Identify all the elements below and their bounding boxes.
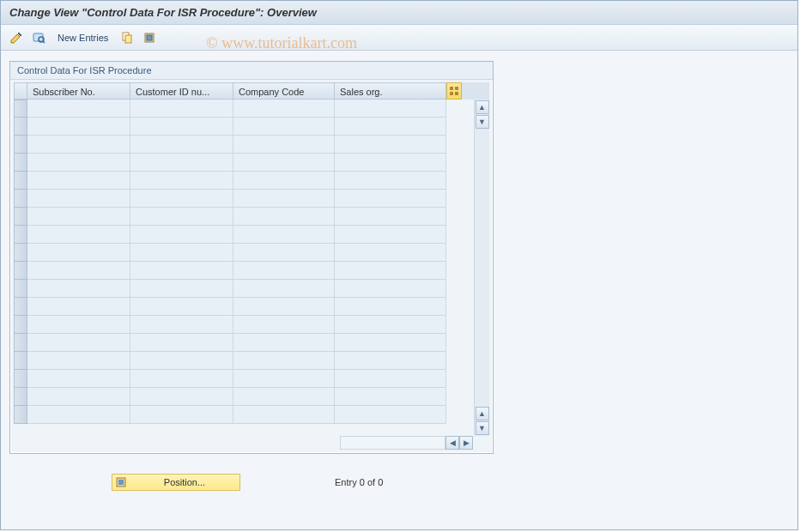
table-row[interactable] — [14, 388, 474, 406]
table-row[interactable] — [14, 262, 474, 280]
copy-icon[interactable] — [118, 29, 136, 46]
table-row[interactable] — [14, 334, 474, 352]
scroll-up-icon[interactable]: ▲ — [476, 100, 489, 114]
svg-line-2 — [43, 41, 45, 43]
table-row[interactable] — [14, 316, 474, 334]
svg-rect-6 — [147, 35, 152, 40]
svg-rect-12 — [118, 480, 124, 485]
table-row[interactable] — [14, 118, 474, 136]
scroll-up-icon[interactable]: ▲ — [476, 407, 489, 420]
table-row[interactable] — [14, 280, 474, 298]
row-selector[interactable] — [14, 118, 27, 136]
footer: Position... Entry 0 of 0 — [112, 474, 383, 491]
table-row[interactable] — [14, 244, 474, 262]
row-selector[interactable] — [14, 298, 27, 316]
table-body: ▲ ▼ ▲ ▼ — [14, 100, 489, 436]
position-icon — [112, 476, 130, 488]
scroll-down-icon[interactable]: ▼ — [476, 421, 489, 435]
col-customer[interactable]: Customer ID nu... — [130, 82, 233, 100]
row-selector[interactable] — [14, 388, 27, 406]
table-row[interactable] — [14, 100, 474, 118]
row-selector[interactable] — [14, 208, 27, 226]
table-header: Subscriber No. Customer ID nu... Company… — [14, 82, 489, 100]
row-selector-header[interactable] — [14, 82, 27, 100]
row-selector[interactable] — [14, 172, 27, 190]
row-selector[interactable] — [14, 352, 27, 370]
content-area: Control Data For ISR Procedure Subscribe… — [1, 51, 797, 464]
app-window: Change View "Control Data For ISR Proced… — [0, 0, 798, 530]
svg-rect-9 — [450, 92, 453, 95]
table-container: Subscriber No. Customer ID nu... Company… — [14, 82, 489, 450]
hscroll-track[interactable] — [340, 436, 445, 450]
scroll-left-icon[interactable]: ◀ — [445, 436, 459, 450]
svg-rect-4 — [125, 35, 131, 43]
groupbox: Control Data For ISR Procedure Subscribe… — [9, 61, 494, 454]
table-row[interactable] — [14, 226, 474, 244]
change-icon[interactable] — [8, 29, 25, 46]
groupbox-title: Control Data For ISR Procedure — [10, 62, 493, 80]
row-selector[interactable] — [14, 262, 27, 280]
col-subscriber[interactable]: Subscriber No. — [27, 82, 130, 100]
table-row[interactable] — [14, 298, 474, 316]
row-selector[interactable] — [14, 100, 27, 118]
row-selector[interactable] — [14, 280, 27, 298]
table-row[interactable] — [14, 172, 474, 190]
row-selector[interactable] — [14, 226, 27, 244]
row-selector[interactable] — [14, 370, 27, 388]
scroll-right-icon[interactable]: ▶ — [459, 436, 473, 450]
row-selector[interactable] — [14, 190, 27, 208]
table-row[interactable] — [14, 370, 474, 388]
scroll-down-icon[interactable]: ▼ — [476, 115, 489, 129]
entry-count: Entry 0 of 0 — [335, 477, 383, 487]
other-view-icon[interactable] — [30, 29, 47, 46]
new-entries-button[interactable]: New Entries — [52, 33, 113, 43]
row-selector[interactable] — [14, 334, 27, 352]
row-selector[interactable] — [14, 136, 27, 154]
col-company[interactable]: Company Code — [233, 82, 335, 100]
col-sales[interactable]: Sales org. — [335, 82, 446, 100]
table-row[interactable] — [14, 208, 474, 226]
table-settings-button[interactable] — [446, 82, 462, 100]
svg-rect-10 — [455, 92, 458, 95]
table-row[interactable] — [14, 136, 474, 154]
title-bar: Change View "Control Data For ISR Proced… — [1, 1, 797, 25]
row-selector[interactable] — [14, 154, 27, 172]
svg-rect-7 — [450, 87, 453, 90]
toolbar: New Entries — [1, 25, 797, 51]
table-row[interactable] — [14, 406, 474, 424]
position-label: Position... — [130, 477, 239, 487]
table-row[interactable] — [14, 352, 474, 370]
table-rows — [14, 100, 474, 436]
page-title: Change View "Control Data For ISR Proced… — [9, 6, 317, 19]
table-row[interactable] — [14, 154, 474, 172]
delete-icon[interactable] — [141, 29, 158, 46]
svg-rect-8 — [455, 87, 458, 90]
row-selector[interactable] — [14, 316, 27, 334]
position-button[interactable]: Position... — [112, 474, 240, 491]
row-selector[interactable] — [14, 244, 27, 262]
vertical-scrollbar[interactable]: ▲ ▼ ▲ ▼ — [474, 100, 489, 436]
horizontal-scrollbar[interactable]: ◀ ▶ — [340, 436, 473, 450]
table-row[interactable] — [14, 190, 474, 208]
row-selector[interactable] — [14, 406, 27, 424]
